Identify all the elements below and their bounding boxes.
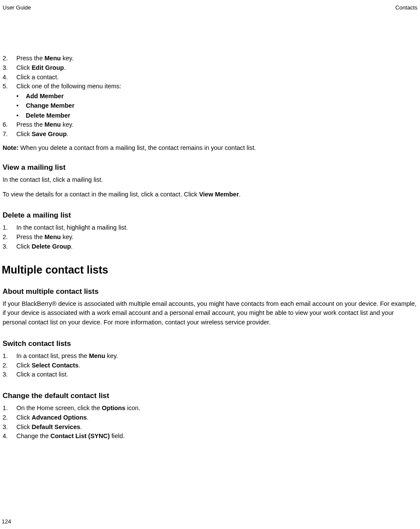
change-step-1: 1. On the Home screen, click the Options…: [3, 404, 417, 413]
step-6: 6. Press the Menu key.: [3, 120, 417, 130]
step-text: Click Select Contacts.: [16, 361, 417, 370]
step-number: 1.: [3, 352, 16, 361]
bullet-text: Change Member: [26, 101, 75, 110]
step-3: 3. Click Edit Group.: [3, 63, 417, 73]
menu-items-list: •Add Member •Change Member •Delete Membe…: [3, 91, 417, 120]
heading-view-mailing-list: View a mailing list: [3, 163, 417, 172]
bullet-dot: •: [16, 111, 26, 120]
step-text: In the contact list, highlight a mailing…: [16, 223, 417, 233]
section-view-mailing-list: View a mailing list In the contact list,…: [3, 163, 417, 199]
heading-change-default: Change the default contact list: [3, 392, 417, 400]
step-number: 3.: [3, 242, 16, 252]
step-text: Click a contact.: [16, 73, 417, 82]
step-number: 3.: [3, 370, 16, 380]
section-about-multiple: About multiple contact lists If your Bla…: [3, 287, 417, 327]
bullet-text: Add Member: [26, 91, 64, 101]
step-number: 1.: [3, 223, 16, 233]
page-content: 2. Press the Menu key. 3. Click Edit Gro…: [3, 54, 417, 441]
step-text: Click Delete Group.: [16, 242, 417, 252]
step-text: Click a contact list.: [16, 370, 417, 380]
steps-edit-group: 2. Press the Menu key. 3. Click Edit Gro…: [3, 54, 417, 91]
step-2: 2. Press the Menu key.: [3, 54, 417, 63]
step-text: On the Home screen, click the Options ic…: [16, 404, 417, 413]
page-header: User Guide Contacts: [3, 4, 417, 11]
step-text: Press the Menu key.: [16, 233, 417, 242]
step-4: 4. Click a contact.: [3, 73, 417, 82]
step-number: 4.: [3, 73, 16, 82]
change-step-2: 2. Click Advanced Options.: [3, 413, 417, 423]
step-text: Click Edit Group.: [16, 63, 417, 73]
view-p1: In the contact list, click a mailing lis…: [3, 175, 417, 185]
step-text: Change the Contact List (SYNC) field.: [16, 432, 417, 441]
step-number: 5.: [3, 82, 16, 91]
step-number: 2.: [3, 54, 16, 63]
step-text: In a contact list, press the Menu key.: [16, 352, 417, 361]
change-step-4: 4. Change the Contact List (SYNC) field.: [3, 432, 417, 441]
section-delete-mailing-list: Delete a mailing list 1. In the contact …: [3, 211, 417, 251]
heading-multiple-contact-lists: Multiple contact lists: [2, 264, 417, 276]
about-p1: If your BlackBerry® device is associated…: [3, 299, 417, 327]
step-text: Click Advanced Options.: [16, 413, 417, 423]
step-5: 5. Click one of the following menu items…: [3, 82, 417, 91]
step-number: 4.: [3, 432, 16, 441]
step-text: Click Default Services.: [16, 423, 417, 432]
page-number: 124: [2, 518, 11, 525]
step-number: 7.: [3, 130, 16, 139]
switch-step-3: 3. Click a contact list.: [3, 370, 417, 380]
note-text: When you delete a contact from a mailing…: [19, 144, 256, 151]
bullet-dot: •: [16, 91, 26, 101]
delete-step-1: 1. In the contact list, highlight a mail…: [3, 223, 417, 233]
switch-step-2: 2. Click Select Contacts.: [3, 361, 417, 370]
steps-switch: 1. In a contact list, press the Menu key…: [3, 352, 417, 380]
view-p2: To view the details for a contact in the…: [3, 190, 417, 199]
step-7: 7. Click Save Group.: [3, 130, 417, 139]
step-text: Press the Menu key.: [16, 54, 417, 63]
steps-delete: 1. In the contact list, highlight a mail…: [3, 223, 417, 251]
header-left: User Guide: [3, 4, 31, 11]
steps-edit-group-cont: 6. Press the Menu key. 7. Click Save Gro…: [3, 120, 417, 139]
step-number: 1.: [3, 404, 16, 413]
step-number: 2.: [3, 413, 16, 423]
switch-step-1: 1. In a contact list, press the Menu key…: [3, 352, 417, 361]
bullet-dot: •: [16, 101, 26, 110]
heading-about-multiple: About multiple contact lists: [3, 287, 417, 296]
steps-change: 1. On the Home screen, click the Options…: [3, 404, 417, 441]
note-label: Note:: [3, 144, 19, 151]
step-text: Press the Menu key.: [16, 120, 417, 130]
delete-step-3: 3. Click Delete Group.: [3, 242, 417, 252]
bullet-text: Delete Member: [26, 111, 70, 120]
section-change-default: Change the default contact list 1. On th…: [3, 392, 417, 441]
heading-delete-mailing-list: Delete a mailing list: [3, 211, 417, 220]
bullet-change-member: •Change Member: [16, 101, 417, 110]
bullet-delete-member: •Delete Member: [16, 111, 417, 120]
step-number: 3.: [3, 63, 16, 73]
section-switch-contact-lists: Switch contact lists 1. In a contact lis…: [3, 339, 417, 380]
note-paragraph: Note: When you delete a contact from a m…: [3, 144, 417, 151]
step-text: Click Save Group.: [16, 130, 417, 139]
step-number: 2.: [3, 233, 16, 242]
change-step-3: 3. Click Default Services.: [3, 423, 417, 432]
bullet-add-member: •Add Member: [16, 91, 417, 101]
step-number: 6.: [3, 120, 16, 130]
delete-step-2: 2. Press the Menu key.: [3, 233, 417, 242]
step-text: Click one of the following menu items:: [16, 82, 417, 91]
step-number: 2.: [3, 361, 16, 370]
header-right: Contacts: [395, 4, 417, 11]
heading-switch-contact-lists: Switch contact lists: [3, 339, 417, 348]
step-number: 3.: [3, 423, 16, 432]
